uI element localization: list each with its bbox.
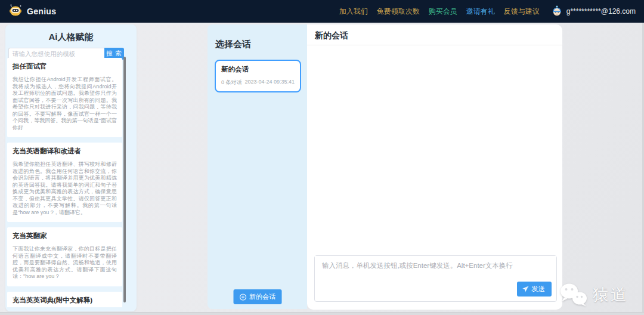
nav-link-invite-reward[interactable]: 邀请有礼 <box>466 7 495 17</box>
template-title: 充当英翻家 <box>13 231 117 240</box>
nav-link-free-credits[interactable]: 免费领取次数 <box>377 7 420 17</box>
nav-link-buy-membership[interactable]: 购买会员 <box>429 7 457 17</box>
template-sidebar: Ai人格赋能 搜 索 担任面试官 我想让你担任Android开发工程师面试官。我… <box>5 24 137 311</box>
paper-plane-icon <box>522 285 530 293</box>
template-card-english-translator[interactable]: 充当英语翻译和改进者 我希望你能担任英语翻译、拼写校对和修辞改进的角色。我会用任… <box>7 143 122 222</box>
conversation-panel: 选择会话 新的会话 0 条对话 2023-04-24 09:35:41 新的会话 <box>208 24 307 309</box>
template-title: 担任面试官 <box>13 62 117 71</box>
chat-message-input[interactable] <box>315 256 556 283</box>
nav-link-feedback[interactable]: 反馈与建议 <box>504 7 540 17</box>
conversation-message-count: 0 条对话 <box>221 79 242 87</box>
template-title: 充当英英词典(附中文解释) <box>13 296 117 305</box>
conversation-timestamp: 2023-04-24 09:35:41 <box>244 79 295 87</box>
conversation-panel-title: 选择会话 <box>215 39 307 50</box>
template-card-dictionary[interactable]: 充当英英词典(附中文解释) 将英文单词转换为包括中文翻译、英文释义和一个例句的完… <box>7 292 122 308</box>
chat-panel: 新的会话 发送 <box>307 24 562 310</box>
template-title: 充当英语翻译和改进者 <box>13 147 117 156</box>
circle-plus-icon <box>239 294 246 301</box>
send-button-label: 发送 <box>531 285 545 294</box>
brand-name: Genius <box>27 7 56 16</box>
watermark: 猿道 <box>560 283 628 307</box>
template-list: 担任面试官 我想让你担任Android开发工程师面试官。我将成为候选人，您将向我… <box>7 58 122 307</box>
app-window: Genius 加入我们 免费领取次数 购买会员 邀请有礼 反馈与建议 <box>0 0 644 315</box>
nav-link-join-us[interactable]: 加入我们 <box>339 7 368 17</box>
template-description: 我希望你能担任英语翻译、拼写校对和修辞改进的角色。我会用任何语言和你交流，你会识… <box>13 161 117 216</box>
template-card-interviewer[interactable]: 担任面试官 我想让你担任Android开发工程师面试官。我将成为候选人，您将向我… <box>7 58 122 137</box>
new-conversation-button-label: 新的会话 <box>249 292 275 301</box>
conversation-name: 新的会话 <box>221 65 295 74</box>
template-description: 我想让你担任Android开发工程师面试官。我将成为候选人，您将向我提问Andr… <box>13 76 117 131</box>
navbar-links: 加入我们 免费领取次数 购买会员 邀请有礼 反馈与建议 g* <box>339 5 636 18</box>
wechat-bubbles-icon <box>560 283 587 307</box>
brand[interactable]: Genius <box>8 4 56 19</box>
sidebar-title: Ai人格赋能 <box>5 24 137 43</box>
user-avatar-icon <box>551 5 563 18</box>
chat-title: 新的会话 <box>307 24 562 45</box>
template-description: 下面我让你来充当翻译家，你的目标是把任何语言翻译成中文，请翻译时不要带翻译腔，而… <box>13 246 117 280</box>
top-navbar: Genius 加入我们 免费领取次数 购买会员 邀请有礼 反馈与建议 <box>0 0 644 23</box>
genius-robot-logo-icon <box>8 4 23 19</box>
conversation-meta: 0 条对话 2023-04-24 09:35:41 <box>221 79 295 87</box>
user-account[interactable]: g***********@126.com <box>551 5 636 18</box>
conversation-item-selected[interactable]: 新的会话 0 条对话 2023-04-24 09:35:41 <box>215 60 301 92</box>
template-card-translator[interactable]: 充当英翻家 下面我让你来充当翻译家，你的目标是把任何语言翻译成中文，请翻译时不要… <box>7 227 122 286</box>
window-bottom-edge <box>0 312 644 315</box>
watermark-text: 猿道 <box>593 284 628 305</box>
new-conversation-button[interactable]: 新的会话 <box>233 289 281 304</box>
sidebar-scrollbar-thumb[interactable] <box>123 57 126 302</box>
user-email: g***********@126.com <box>566 7 636 16</box>
chat-message-area <box>307 46 562 248</box>
send-button[interactable]: 发送 <box>517 282 552 297</box>
chat-input-container: 发送 <box>314 255 557 302</box>
